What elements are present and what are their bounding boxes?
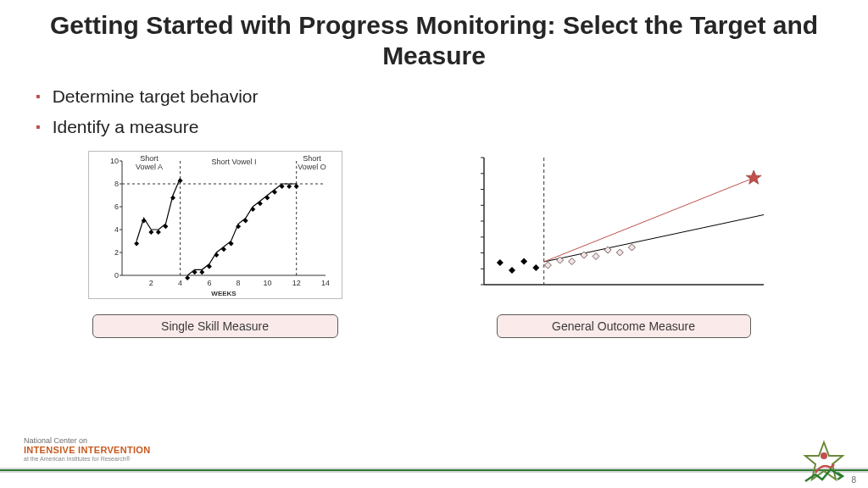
svg-text:8: 8 (114, 180, 118, 188)
bullet-text: Determine target behavior (53, 86, 259, 107)
svg-text:6: 6 (207, 279, 211, 287)
brand-line2: INTENSIVE INTERVENTION (24, 445, 150, 456)
logo-icon (800, 439, 848, 486)
svg-text:Short: Short (303, 154, 321, 163)
caption-right: General Outcome Measure (497, 314, 751, 338)
svg-line-42 (543, 215, 763, 263)
page-number: 8 (851, 475, 856, 485)
svg-text:6: 6 (114, 202, 118, 211)
brand-block: National Center on INTENSIVE INTERVENTIO… (24, 436, 150, 463)
svg-text:10: 10 (263, 279, 271, 287)
brand-line1: National Center on (24, 436, 150, 445)
charts-row: 0 2 4 6 8 10 2 4 6 8 (0, 142, 868, 338)
svg-text:2: 2 (114, 248, 118, 257)
svg-text:10: 10 (109, 157, 118, 165)
chart-column-left: 0 2 4 6 8 10 2 4 6 8 (88, 151, 342, 338)
caption-left: Single Skill Measure (92, 314, 338, 338)
svg-text:Vowel O: Vowel O (298, 163, 326, 171)
svg-text:2: 2 (148, 279, 153, 287)
svg-text:0: 0 (114, 271, 118, 280)
svg-rect-0 (88, 152, 342, 299)
slide-title: Getting Started with Progress Monitoring… (0, 0, 868, 76)
bullet-text: Identify a measure (53, 117, 199, 137)
svg-text:Vowel A: Vowel A (135, 163, 162, 171)
svg-text:12: 12 (292, 279, 300, 287)
bullet-list: Determine target behavior Identify a mea… (0, 76, 868, 142)
svg-text:8: 8 (236, 279, 240, 287)
brand-line3: at the American Institutes for Research® (24, 456, 150, 463)
general-outcome-chart (467, 151, 781, 302)
svg-line-43 (543, 178, 754, 262)
bullet-item: Identify a measure (36, 112, 868, 142)
slide-footer: National Center on INTENSIVE INTERVENTIO… (0, 441, 868, 488)
slide: Getting Started with Progress Monitoring… (0, 0, 868, 488)
chart-column-right: General Outcome Measure (467, 151, 781, 338)
svg-text:Short Vowel I: Short Vowel I (211, 158, 256, 166)
footer-stripe (0, 468, 868, 473)
bullet-item: Determine target behavior (36, 81, 868, 112)
svg-text:14: 14 (320, 279, 329, 287)
svg-text:4: 4 (114, 225, 118, 234)
svg-text:Short: Short (140, 154, 159, 163)
single-skill-chart: 0 2 4 6 8 10 2 4 6 8 (88, 151, 342, 302)
x-axis-label: WEEKS (211, 290, 236, 297)
svg-point-44 (821, 452, 827, 459)
svg-text:4: 4 (178, 279, 182, 287)
